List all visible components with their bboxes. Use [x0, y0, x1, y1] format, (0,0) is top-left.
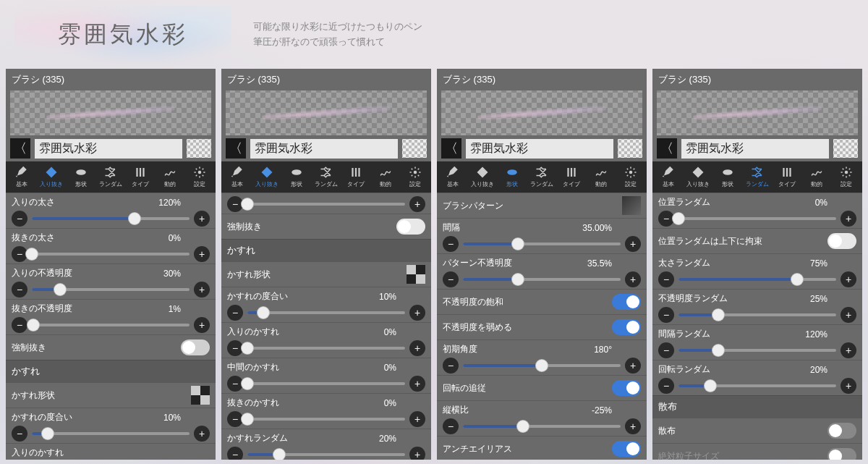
toggle-switch[interactable]: [827, 423, 856, 439]
decrement-button[interactable]: −: [12, 317, 27, 333]
decrement-button[interactable]: −: [12, 282, 27, 298]
slider-thumb[interactable]: [712, 308, 725, 321]
decrement-button[interactable]: −: [227, 305, 243, 321]
tab-タイプ[interactable]: タイプ: [556, 164, 586, 190]
slider-track[interactable]: [678, 278, 836, 281]
tab-基本[interactable]: 基本: [7, 164, 37, 190]
toggle-switch[interactable]: [612, 441, 641, 457]
tab-ランダム[interactable]: ランダム: [96, 164, 126, 190]
slider-thumb[interactable]: [257, 306, 270, 319]
thumbnail-button[interactable]: [191, 386, 210, 405]
tab-ランダム[interactable]: ランダム: [527, 164, 557, 190]
decrement-button[interactable]: −: [658, 271, 674, 287]
back-button[interactable]: 〈: [10, 138, 30, 159]
increment-button[interactable]: +: [194, 246, 210, 262]
tab-動的[interactable]: 動的: [801, 164, 831, 190]
increment-button[interactable]: +: [625, 418, 641, 434]
slider-track[interactable]: [247, 311, 405, 314]
tab-形状[interactable]: 形状: [67, 164, 96, 190]
tab-タイプ[interactable]: タイプ: [125, 164, 155, 190]
thumbnail-button[interactable]: [407, 265, 425, 284]
tab-動的[interactable]: 動的: [370, 164, 400, 190]
tab-形状[interactable]: 形状: [498, 164, 527, 190]
tab-タイプ[interactable]: タイプ: [341, 164, 370, 190]
tab-基本[interactable]: 基本: [438, 164, 468, 190]
tab-入り抜き[interactable]: 入り抜き: [252, 164, 282, 190]
increment-button[interactable]: +: [409, 196, 425, 212]
slider-track[interactable]: [32, 288, 190, 291]
thumbnail-button[interactable]: [622, 196, 641, 215]
slider-track[interactable]: [463, 242, 621, 245]
tab-入り抜き[interactable]: 入り抜き: [684, 164, 713, 190]
increment-button[interactable]: +: [194, 282, 210, 298]
slider-thumb[interactable]: [712, 344, 725, 357]
increment-button[interactable]: +: [409, 340, 425, 356]
decrement-button[interactable]: −: [443, 358, 459, 374]
brush-texture-thumb[interactable]: [618, 139, 642, 158]
slider-thumb[interactable]: [704, 379, 717, 392]
brush-texture-thumb[interactable]: [833, 139, 858, 158]
brush-texture-thumb[interactable]: [402, 139, 427, 158]
slider-track[interactable]: [247, 382, 405, 385]
slider-thumb[interactable]: [535, 359, 548, 372]
toggle-switch[interactable]: [181, 339, 210, 355]
tab-形状[interactable]: 形状: [282, 164, 312, 190]
increment-button[interactable]: +: [194, 317, 210, 333]
decrement-button[interactable]: −: [12, 211, 27, 227]
increment-button[interactable]: +: [841, 342, 856, 358]
tab-動的[interactable]: 動的: [155, 164, 184, 190]
toggle-switch[interactable]: [612, 319, 641, 335]
brush-name[interactable]: 雰囲気水彩: [466, 139, 613, 159]
back-button[interactable]: 〈: [657, 138, 677, 159]
tab-動的[interactable]: 動的: [586, 164, 616, 190]
slider-thumb[interactable]: [672, 212, 685, 225]
increment-button[interactable]: +: [409, 411, 425, 427]
decrement-button[interactable]: −: [658, 342, 674, 358]
increment-button[interactable]: +: [409, 447, 425, 460]
toggle-switch[interactable]: [396, 219, 425, 235]
decrement-button[interactable]: −: [443, 236, 459, 252]
slider-track[interactable]: [32, 253, 190, 256]
slider-track[interactable]: [247, 453, 405, 456]
decrement-button[interactable]: −: [12, 426, 27, 442]
slider-thumb[interactable]: [27, 319, 40, 332]
decrement-button[interactable]: −: [658, 378, 674, 394]
slider-thumb[interactable]: [241, 377, 254, 390]
slider-thumb[interactable]: [273, 448, 286, 460]
slider-track[interactable]: [463, 425, 621, 428]
increment-button[interactable]: +: [194, 211, 210, 227]
decrement-button[interactable]: −: [227, 447, 243, 460]
slider-thumb[interactable]: [516, 420, 529, 433]
increment-button[interactable]: +: [841, 211, 856, 227]
slider-thumb[interactable]: [511, 237, 524, 250]
toggle-switch[interactable]: [612, 294, 641, 310]
tab-タイプ[interactable]: タイプ: [772, 164, 801, 190]
increment-button[interactable]: +: [625, 271, 641, 287]
slider-track[interactable]: [463, 364, 621, 367]
slider-track[interactable]: [247, 203, 405, 206]
slider-thumb[interactable]: [54, 283, 67, 296]
slider-track[interactable]: [32, 432, 190, 435]
increment-button[interactable]: +: [409, 376, 425, 392]
tab-ランダム[interactable]: ランダム: [743, 164, 773, 190]
brush-name[interactable]: 雰囲気水彩: [250, 139, 398, 159]
tab-設定[interactable]: 設定: [400, 164, 430, 190]
slider-thumb[interactable]: [241, 413, 254, 426]
tab-基本[interactable]: 基本: [223, 164, 252, 190]
brush-name[interactable]: 雰囲気水彩: [35, 139, 182, 159]
slider-track[interactable]: [247, 347, 405, 350]
slider-thumb[interactable]: [511, 273, 524, 286]
decrement-button[interactable]: −: [658, 307, 674, 323]
slider-thumb[interactable]: [41, 427, 54, 440]
tab-入り抜き[interactable]: 入り抜き: [468, 164, 498, 190]
slider-track[interactable]: [678, 313, 836, 316]
increment-button[interactable]: +: [625, 358, 641, 374]
slider-thumb[interactable]: [241, 342, 254, 355]
brush-texture-thumb[interactable]: [187, 139, 211, 158]
tab-設定[interactable]: 設定: [184, 164, 214, 190]
increment-button[interactable]: +: [841, 378, 856, 394]
tab-設定[interactable]: 設定: [831, 164, 861, 190]
tab-基本[interactable]: 基本: [654, 164, 684, 190]
increment-button[interactable]: +: [409, 305, 425, 321]
slider-track[interactable]: [678, 349, 836, 352]
